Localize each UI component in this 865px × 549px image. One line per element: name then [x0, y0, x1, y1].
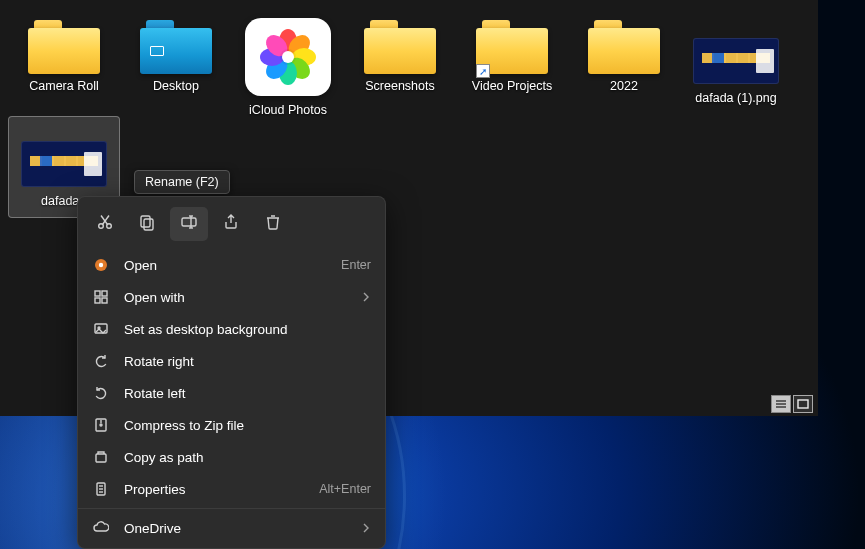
svg-point-15	[99, 263, 103, 267]
desktop-item-label: 2022	[610, 78, 638, 94]
folder-icon	[28, 18, 100, 78]
rename-button[interactable]	[170, 207, 208, 241]
context-menu-item[interactable]: Rotate right	[78, 345, 385, 377]
desktop-item[interactable]: iCloud Photos	[232, 14, 344, 116]
desktop-item[interactable]: dafada (1).png	[680, 14, 792, 116]
desktop-item[interactable]: Camera Roll	[8, 14, 120, 116]
rename-icon	[180, 213, 198, 235]
svg-point-24	[100, 424, 102, 426]
context-menu-shortcut: Alt+Enter	[319, 482, 371, 496]
folder-icon	[364, 18, 436, 78]
desktop-item[interactable]: 2022	[568, 14, 680, 116]
desktop-item-label: dafada (1).png	[695, 90, 776, 106]
desktop-item[interactable]: Screenshots	[344, 14, 456, 116]
context-menu-item[interactable]: OneDrive	[78, 512, 385, 544]
props-icon	[92, 480, 110, 498]
svg-rect-8	[141, 216, 150, 227]
context-menu-list: OpenEnterOpen withSet as desktop backgro…	[78, 249, 385, 544]
chevron-right-icon	[361, 521, 371, 536]
rename-tooltip: Rename (F2)	[134, 170, 230, 194]
cut-icon	[96, 213, 114, 235]
thumbnails-view-button[interactable]	[793, 395, 813, 413]
cut-button[interactable]	[86, 207, 124, 241]
shortcut-overlay-icon: ➚	[476, 64, 490, 78]
svg-rect-25	[96, 454, 106, 462]
desktop-item-label: iCloud Photos	[249, 102, 327, 118]
svg-rect-9	[144, 219, 153, 230]
delete-button[interactable]	[254, 207, 292, 241]
context-menu-label: Compress to Zip file	[124, 418, 244, 433]
context-menu-item[interactable]: Compress to Zip file	[78, 409, 385, 441]
desktop-item-label: Screenshots	[365, 78, 434, 94]
context-menu-item[interactable]: Set as desktop background	[78, 313, 385, 345]
folder-icon: ➚	[476, 18, 548, 78]
svg-rect-18	[95, 298, 100, 303]
context-menu-label: Copy as path	[124, 450, 204, 465]
details-view-button[interactable]	[771, 395, 791, 413]
icloud-icon	[245, 18, 331, 102]
thumb-icon	[693, 18, 779, 90]
context-menu-item[interactable]: Open with	[78, 281, 385, 313]
svg-rect-17	[102, 291, 107, 296]
open-color-icon	[92, 256, 110, 274]
rotr-icon	[92, 352, 110, 370]
share-button[interactable]	[212, 207, 250, 241]
svg-rect-19	[102, 298, 107, 303]
thumb-icon	[21, 121, 107, 193]
context-menu-label: Set as desktop background	[124, 322, 288, 337]
view-mode-toggles	[771, 395, 813, 413]
chevron-right-icon	[361, 290, 371, 305]
svg-rect-3	[798, 400, 808, 408]
context-menu-label: Rotate right	[124, 354, 194, 369]
context-menu-label: Properties	[124, 482, 186, 497]
delete-icon	[264, 213, 282, 235]
share-icon	[222, 213, 240, 235]
desktop-item-label: Video Projects	[472, 78, 552, 94]
context-menu-toolbar	[78, 197, 385, 249]
copypath-icon	[92, 448, 110, 466]
context-menu-label: Open with	[124, 290, 185, 305]
context-menu-item[interactable]: Copy as path	[78, 441, 385, 473]
copy-icon	[138, 213, 156, 235]
context-menu-label: Rotate left	[124, 386, 186, 401]
context-menu-shortcut: Enter	[341, 258, 371, 272]
desktop-item[interactable]: ➚Video Projects	[456, 14, 568, 116]
svg-rect-16	[95, 291, 100, 296]
context-menu: OpenEnterOpen withSet as desktop backgro…	[77, 196, 386, 549]
desktop-item-label: Camera Roll	[29, 78, 98, 94]
context-menu-divider	[78, 508, 385, 509]
context-menu-item[interactable]: OpenEnter	[78, 249, 385, 281]
context-menu-label: Open	[124, 258, 157, 273]
svg-rect-10	[182, 218, 196, 226]
context-menu-label: OneDrive	[124, 521, 181, 536]
onedrive-icon	[92, 519, 110, 537]
rotl-icon	[92, 384, 110, 402]
desktop-item[interactable]: Desktop	[120, 14, 232, 116]
desktop-item-label: Desktop	[153, 78, 199, 94]
context-menu-item[interactable]: PropertiesAlt+Enter	[78, 473, 385, 505]
folder-blue-icon	[140, 18, 212, 78]
openwith-icon	[92, 288, 110, 306]
copy-button[interactable]	[128, 207, 166, 241]
setbg-icon	[92, 320, 110, 338]
context-menu-item[interactable]: Rotate left	[78, 377, 385, 409]
zip-icon	[92, 416, 110, 434]
folder-icon	[588, 18, 660, 78]
